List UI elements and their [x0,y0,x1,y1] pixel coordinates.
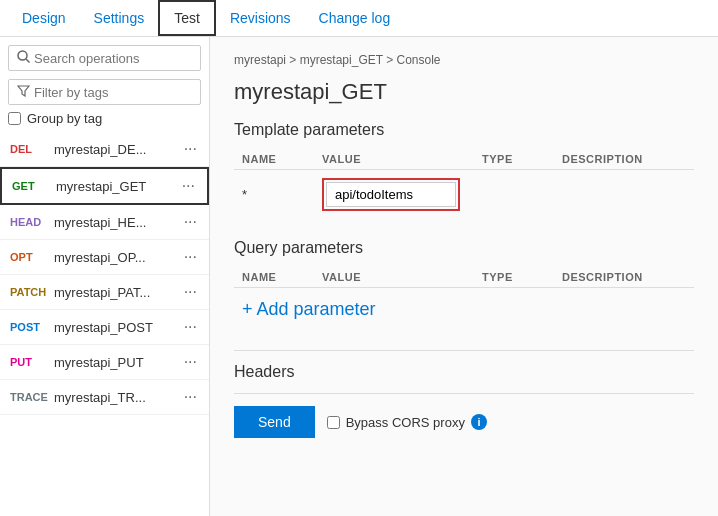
col-header-type: TYPE [474,267,554,288]
col-header-name: NAME [234,149,314,170]
list-item-selected[interactable]: GET myrestapi_GET ··· [0,167,209,205]
method-badge-patch: PATCH [10,286,54,298]
svg-line-1 [26,59,30,63]
info-icon[interactable]: i [471,414,487,430]
param-name-cell: * [234,170,314,220]
table-row: * [234,170,694,220]
breadcrumb: myrestapi > myrestapi_GET > Console [234,53,694,67]
add-param-label: Add parameter [257,300,376,318]
api-name: myrestapi_HE... [54,215,182,230]
param-desc-cell [554,170,694,220]
top-nav: Design Settings Test Revisions Change lo… [0,0,718,37]
bypass-cors-row: Bypass CORS proxy i [327,414,487,430]
tab-design[interactable]: Design [8,2,80,34]
method-badge-get: GET [12,180,56,192]
send-row: Send Bypass CORS proxy i [234,406,694,438]
group-by-checkbox[interactable] [8,112,21,125]
page-title: myrestapi_GET [234,79,694,105]
more-options-button[interactable]: ··· [182,353,199,371]
more-options-button[interactable]: ··· [182,318,199,336]
main-layout: Group by tag DEL myrestapi_DE... ··· GET… [0,37,718,516]
filter-input[interactable] [34,85,192,100]
col-header-value: VALUE [314,267,474,288]
query-params-table: NAME VALUE TYPE DESCRIPTION + Add parame… [234,267,694,330]
api-name: myrestapi_PAT... [54,285,182,300]
api-name: myrestapi_TR... [54,390,182,405]
plus-icon: + [242,300,253,318]
bypass-cors-checkbox[interactable] [327,416,340,429]
sidebar: Group by tag DEL myrestapi_DE... ··· GET… [0,37,210,516]
list-item[interactable]: HEAD myrestapi_HE... ··· [0,205,209,240]
more-options-button[interactable]: ··· [182,248,199,266]
group-by-row: Group by tag [8,111,201,126]
tab-test[interactable]: Test [158,0,216,36]
api-name: myrestapi_DE... [54,142,182,157]
col-header-type: TYPE [474,149,554,170]
list-item[interactable]: TRACE myrestapi_TR... ··· [0,380,209,415]
col-header-desc: DESCRIPTION [554,267,694,288]
more-options-button[interactable]: ··· [182,388,199,406]
api-name: myrestapi_POST [54,320,182,335]
svg-marker-2 [18,86,29,96]
bypass-cors-label: Bypass CORS proxy [346,415,465,430]
method-badge-post: POST [10,321,54,333]
method-badge-del: DEL [10,143,54,155]
main-content: myrestapi > myrestapi_GET > Console myre… [210,37,718,516]
method-badge-put: PUT [10,356,54,368]
search-icon [17,50,30,66]
tab-settings[interactable]: Settings [80,2,159,34]
more-options-button[interactable]: ··· [182,283,199,301]
param-value-cell[interactable] [314,170,474,220]
more-options-button[interactable]: ··· [180,177,197,195]
svg-point-0 [18,51,27,60]
query-params-title: Query parameters [234,239,694,257]
param-value-input[interactable] [326,182,456,207]
send-button[interactable]: Send [234,406,315,438]
search-box[interactable] [8,45,201,71]
col-header-desc: DESCRIPTION [554,149,694,170]
method-badge-opt: OPT [10,251,54,263]
method-badge-head: HEAD [10,216,54,228]
add-param-row: + Add parameter [234,288,694,331]
group-by-label: Group by tag [27,111,102,126]
list-item[interactable]: PATCH myrestapi_PAT... ··· [0,275,209,310]
col-header-value: VALUE [314,149,474,170]
method-badge-trace: TRACE [10,391,54,403]
filter-icon [17,84,30,100]
template-params-table: NAME VALUE TYPE DESCRIPTION * [234,149,694,219]
add-param-button[interactable]: + Add parameter [242,296,380,322]
api-name: myrestapi_OP... [54,250,182,265]
divider-2 [234,393,694,394]
param-type-cell [474,170,554,220]
value-input-wrapper [322,178,460,211]
list-item[interactable]: OPT myrestapi_OP... ··· [0,240,209,275]
tab-changelog[interactable]: Change log [305,2,405,34]
list-item[interactable]: PUT myrestapi_PUT ··· [0,345,209,380]
api-list: DEL myrestapi_DE... ··· GET myrestapi_GE… [0,132,209,516]
template-params-title: Template parameters [234,121,694,139]
divider [234,350,694,351]
api-name: myrestapi_PUT [54,355,182,370]
filter-box[interactable] [8,79,201,105]
col-header-name: NAME [234,267,314,288]
search-input[interactable] [34,51,192,66]
api-name: myrestapi_GET [56,179,180,194]
list-item[interactable]: DEL myrestapi_DE... ··· [0,132,209,167]
list-item[interactable]: POST myrestapi_POST ··· [0,310,209,345]
more-options-button[interactable]: ··· [182,140,199,158]
headers-title: Headers [234,363,694,381]
more-options-button[interactable]: ··· [182,213,199,231]
tab-revisions[interactable]: Revisions [216,2,305,34]
